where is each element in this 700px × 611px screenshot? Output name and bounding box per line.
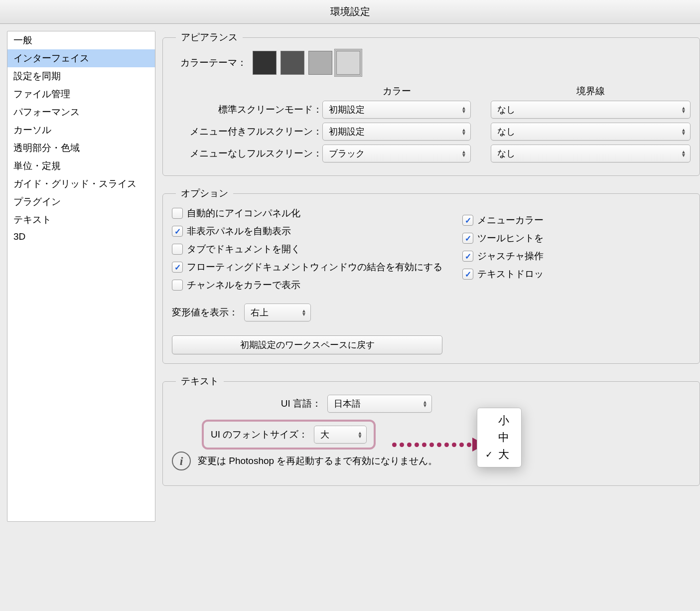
sidebar-item-general[interactable]: 一般	[7, 31, 155, 49]
sidebar-item-3d[interactable]: 3D	[7, 229, 155, 245]
ui-language-select[interactable]: 日本語 ▲▼	[327, 395, 432, 413]
chevron-updown-icon: ▲▼	[461, 106, 466, 113]
arrow-annotation-icon	[392, 438, 485, 452]
gestures-checkbox[interactable]: ✓ジャスチャ操作	[462, 250, 544, 263]
chevron-updown-icon: ▲▼	[681, 128, 686, 135]
sidebar-item-plugins[interactable]: プラグイン	[7, 193, 155, 211]
text-group: テキスト UI 言語： 日本語 ▲▼ UI のフォントサイズ： 大 ▲▼	[162, 375, 700, 486]
show-channels-color-checkbox[interactable]: チャンネルをカラーで表示	[172, 279, 442, 292]
sidebar-item-file-handling[interactable]: ファイル管理	[7, 85, 155, 103]
fullscreen-nomenu-color-select[interactable]: ブラック ▲▼	[322, 145, 471, 162]
font-size-option-medium[interactable]: 中	[483, 429, 511, 446]
restart-info-text: 変更は Photoshop を再起動するまで有効になりません。	[198, 455, 437, 467]
sidebar-item-units[interactable]: 単位・定規	[7, 157, 155, 175]
chevron-updown-icon: ▲▼	[301, 309, 306, 316]
color-theme-label: カラーテーマ：	[172, 56, 247, 69]
transform-values-label: 変形値を表示：	[172, 306, 238, 319]
ui-font-size-label: UI のフォントサイズ：	[211, 428, 308, 441]
chevron-updown-icon: ▲▼	[681, 150, 686, 157]
sidebar-item-cursors[interactable]: カーソル	[7, 121, 155, 139]
chevron-updown-icon: ▲▼	[422, 400, 427, 407]
font-size-option-large[interactable]: ✓大	[483, 446, 511, 463]
highlight-annotation: UI のフォントサイズ： 大 ▲▼	[202, 420, 376, 450]
fullscreen-menu-border-select[interactable]: なし ▲▼	[491, 123, 691, 141]
text-drop-checkbox[interactable]: ✓テキストドロッ	[462, 268, 544, 281]
sidebar-item-guides[interactable]: ガイド・グリッド・スライス	[7, 175, 155, 193]
theme-swatch-medium-dark[interactable]	[280, 51, 304, 75]
chevron-updown-icon: ▲▼	[681, 106, 686, 113]
standard-screen-border-select[interactable]: なし ▲▼	[491, 101, 691, 119]
auto-show-hidden-checkbox[interactable]: ✓非表示パネルを自動表示	[172, 225, 442, 238]
text-legend: テキスト	[176, 375, 224, 388]
standard-screen-color-select[interactable]: 初期設定 ▲▼	[322, 101, 471, 119]
ui-font-size-select[interactable]: 大 ▲▼	[314, 426, 367, 444]
preferences-sidebar: 一般 インターフェイス 設定を同期 ファイル管理 パフォーマンス カーソル 透明…	[7, 31, 155, 522]
sidebar-item-type[interactable]: テキスト	[7, 211, 155, 229]
appearance-legend: アピアランス	[176, 31, 243, 44]
reset-workspace-button[interactable]: 初期設定のワークスペースに戻す	[172, 335, 442, 354]
transform-values-select[interactable]: 右上 ▲▼	[244, 304, 311, 321]
sidebar-item-interface[interactable]: インターフェイス	[7, 49, 155, 67]
info-icon: i	[172, 452, 191, 470]
font-size-popup: 小 中 ✓大	[477, 408, 522, 467]
options-legend: オプション	[176, 187, 233, 200]
auto-collapse-checkbox[interactable]: 自動的にアイコンパネル化	[172, 207, 442, 220]
sidebar-item-performance[interactable]: パフォーマンス	[7, 103, 155, 121]
fullscreen-nomenu-border-select[interactable]: なし ▲▼	[491, 145, 691, 162]
options-group: オプション 自動的にアイコンパネル化 ✓非表示パネルを自動表示 タブでドキュメン…	[162, 187, 700, 364]
standard-screen-label: 標準スクリーンモード：	[172, 103, 322, 116]
ui-language-label: UI 言語：	[172, 397, 321, 410]
chevron-updown-icon: ▲▼	[461, 150, 466, 157]
color-column-header: カラー	[322, 85, 471, 98]
chevron-updown-icon: ▲▼	[461, 128, 466, 135]
sidebar-item-sync[interactable]: 設定を同期	[7, 67, 155, 85]
theme-swatch-medium-light[interactable]	[308, 51, 332, 75]
window-title: 環境設定	[0, 0, 700, 24]
menu-color-checkbox[interactable]: ✓メニューカラー	[462, 214, 544, 227]
enable-floating-dock-checkbox[interactable]: ✓フローティングドキュメントウィンドウの結合を有効にする	[172, 261, 442, 274]
sidebar-item-transparency[interactable]: 透明部分・色域	[7, 139, 155, 157]
open-in-tabs-checkbox[interactable]: タブでドキュメントを開く	[172, 243, 442, 256]
tool-tips-checkbox[interactable]: ✓ツールヒントを	[462, 232, 544, 245]
fullscreen-nomenu-label: メニューなしフルスクリーン：	[172, 147, 322, 160]
theme-swatch-dark[interactable]	[253, 51, 277, 75]
appearance-group: アピアランス カラーテーマ： カラー 境界線 標準スクリーンモード：	[162, 31, 700, 176]
chevron-updown-icon: ▲▼	[357, 431, 362, 438]
theme-swatch-light[interactable]	[336, 51, 360, 75]
font-size-option-small[interactable]: 小	[483, 412, 511, 429]
fullscreen-menu-label: メニュー付きフルスクリーン：	[172, 125, 322, 138]
border-column-header: 境界線	[491, 85, 691, 98]
fullscreen-menu-color-select[interactable]: 初期設定 ▲▼	[322, 123, 471, 141]
